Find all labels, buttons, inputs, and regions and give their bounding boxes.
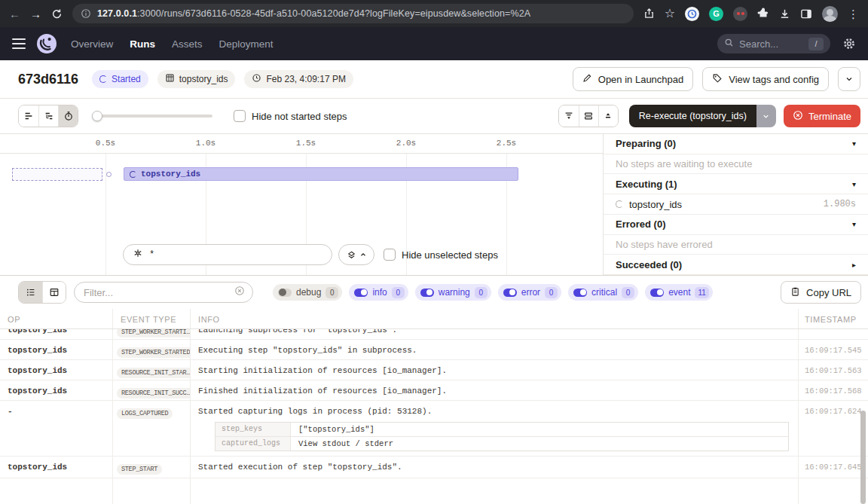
run-toolbar: Hide not started steps Re-execute (topst… bbox=[0, 99, 868, 133]
search-placeholder: Search... bbox=[739, 38, 778, 50]
log-row[interactable]: topstory_ids STEP_WORKER_STARTI… Launchi… bbox=[0, 329, 868, 340]
nav-item-overview[interactable]: Overview bbox=[71, 38, 113, 50]
zoom-slider[interactable] bbox=[92, 115, 212, 118]
toggle-switch bbox=[573, 289, 587, 297]
level-toggle-error[interactable]: error0 bbox=[498, 284, 561, 301]
profile-avatar[interactable] bbox=[822, 6, 838, 22]
axis-tick: 2.0s bbox=[396, 139, 416, 148]
hide-not-started-checkbox[interactable] bbox=[234, 110, 246, 122]
extension-dark-icon[interactable] bbox=[733, 7, 747, 21]
run-header: 673d6116 Started topstory_ids Feb 23, 4:… bbox=[0, 60, 868, 99]
open-in-launchpad-button[interactable]: Open in Launchpad bbox=[573, 67, 693, 91]
level-toggle-info[interactable]: info0 bbox=[349, 284, 408, 301]
level-count: 0 bbox=[326, 287, 338, 298]
extension-clock-icon[interactable] bbox=[685, 7, 699, 21]
job-name-badge[interactable]: topstory_ids bbox=[157, 70, 236, 88]
reexecute-dropdown[interactable] bbox=[756, 105, 776, 127]
terminate-button[interactable]: Terminate bbox=[784, 105, 860, 127]
log-row[interactable]: topstory_ids STEP_WORKER_STARTED Executi… bbox=[0, 340, 868, 360]
log-row-tools-group bbox=[558, 105, 619, 127]
log-level-filters: debug0 info0 warning0 error0 critical0 e… bbox=[273, 284, 713, 301]
graph-query-toggle-button[interactable] bbox=[338, 244, 374, 265]
info-circle-icon[interactable] bbox=[81, 8, 91, 19]
reexecute-button[interactable]: Re-execute (topstory_ids) bbox=[629, 105, 756, 127]
gantt-connector-dot bbox=[106, 172, 112, 177]
side-panel-icon[interactable] bbox=[800, 8, 812, 20]
expand-top-icon[interactable] bbox=[598, 105, 618, 127]
captured-logs-link[interactable]: View stdout / stderr bbox=[291, 437, 401, 451]
settings-gear-icon[interactable] bbox=[842, 37, 856, 50]
run-actions-chevron-button[interactable] bbox=[838, 67, 860, 91]
run-timestamp-badge: Feb 23, 4:09:17 PM bbox=[244, 70, 353, 88]
global-search[interactable]: Search... / bbox=[717, 34, 830, 53]
bookmark-star-icon[interactable]: ☆ bbox=[665, 8, 675, 20]
gantt-chart: 0.5s 1.0s 1.5s 2.0s 2.5s topstory_ids bbox=[0, 134, 603, 275]
hamburger-menu-icon[interactable] bbox=[12, 38, 26, 50]
clock-icon bbox=[252, 73, 261, 85]
level-toggle-warning[interactable]: warning0 bbox=[415, 284, 491, 301]
url-bar[interactable]: 127.0.0.1:3000/runs/673d6116-0528-45df-a… bbox=[72, 4, 634, 23]
section-executing[interactable]: Executing (1) ▾ bbox=[604, 174, 868, 194]
step-name: topstory_ids bbox=[629, 199, 682, 210]
level-toggle-event[interactable]: event11 bbox=[645, 284, 713, 301]
log-row[interactable]: topstory_ids RESOURCE_INIT_STAR… Startin… bbox=[0, 360, 868, 380]
toggle-switch bbox=[503, 289, 517, 297]
forward-icon[interactable]: → bbox=[30, 8, 41, 20]
section-succeeded[interactable]: Succeeded (0) ▸ bbox=[604, 255, 868, 275]
event-type-chip: STEP_WORKER_STARTI… bbox=[117, 329, 190, 338]
axis-tick: 2.5s bbox=[497, 139, 516, 148]
axis-tick: 0.5s bbox=[96, 139, 115, 148]
executing-step-row[interactable]: topstory_ids 1.980s bbox=[604, 194, 868, 215]
log-filter-input[interactable] bbox=[84, 287, 234, 298]
share-icon[interactable] bbox=[643, 8, 655, 20]
log-row[interactable]: topstory_ids RESOURCE_INIT_SUCC… Finishe… bbox=[0, 380, 868, 401]
nav-item-assets[interactable]: Assets bbox=[172, 38, 203, 50]
level-count: 0 bbox=[392, 287, 405, 298]
list-view-icon[interactable] bbox=[19, 282, 42, 303]
level-toggle-debug[interactable]: debug0 bbox=[273, 284, 342, 301]
collapse-filter-icon[interactable] bbox=[559, 105, 579, 127]
gantt-controls: Hide unselected steps bbox=[123, 244, 498, 265]
hide-unselected-checkbox[interactable] bbox=[384, 249, 396, 261]
step-selector-input[interactable] bbox=[123, 244, 332, 265]
log-scrollbar-thumb[interactable] bbox=[860, 411, 866, 504]
reload-icon[interactable] bbox=[51, 8, 63, 20]
extensions-puzzle-icon[interactable] bbox=[757, 8, 769, 20]
hide-not-started-label: Hide not started steps bbox=[252, 111, 347, 122]
clear-filter-icon[interactable] bbox=[234, 286, 245, 299]
gantt-waiting-box bbox=[12, 168, 102, 181]
zoom-slider-knob[interactable] bbox=[92, 111, 102, 121]
step-status-panel: Preparing (0) ▾ No steps are waiting to … bbox=[603, 134, 868, 275]
timed-view-icon[interactable] bbox=[58, 105, 78, 127]
downloads-icon[interactable] bbox=[779, 8, 790, 20]
back-icon[interactable]: ← bbox=[9, 8, 20, 20]
level-count: 0 bbox=[622, 287, 634, 298]
log-row[interactable]: - LOGS_CAPTURED Started capturing logs i… bbox=[0, 401, 868, 457]
level-count: 11 bbox=[695, 287, 708, 298]
section-preparing[interactable]: Preparing (0) ▾ bbox=[604, 134, 868, 154]
screen: ← → 127.0.0.1:3000/runs/673d6116-0528-45… bbox=[0, 0, 868, 504]
log-table-header: OP EVENT TYPE INFO TIMESTAMP bbox=[0, 309, 868, 329]
dagster-logo[interactable] bbox=[36, 33, 57, 54]
level-count: 0 bbox=[475, 287, 487, 298]
step-selector-value[interactable] bbox=[149, 249, 322, 260]
section-errored[interactable]: Errored (0) ▾ bbox=[604, 215, 868, 235]
tag-icon bbox=[712, 73, 723, 86]
level-toggle-critical[interactable]: critical0 bbox=[568, 284, 638, 301]
view-tags-config-button[interactable]: View tags and config bbox=[702, 67, 829, 91]
rows-icon[interactable] bbox=[579, 105, 598, 127]
structured-view-icon[interactable] bbox=[42, 282, 66, 303]
browser-menu-icon[interactable]: ⋮ bbox=[848, 8, 859, 20]
gantt-time-axis: 0.5s 1.0s 1.5s 2.0s 2.5s bbox=[0, 134, 603, 154]
gantt-step-bar[interactable]: topstory_ids bbox=[124, 167, 518, 181]
col-info: INFO bbox=[198, 315, 220, 324]
nav-item-runs[interactable]: Runs bbox=[130, 38, 155, 50]
extension-g-icon[interactable]: G bbox=[709, 7, 723, 21]
toggle-switch bbox=[278, 289, 292, 297]
event-type-chip: LOGS_CAPTURED bbox=[117, 408, 173, 419]
flat-view-icon[interactable] bbox=[19, 105, 38, 127]
nav-item-deployment[interactable]: Deployment bbox=[219, 38, 274, 50]
waterfall-view-icon[interactable] bbox=[38, 105, 58, 127]
log-row[interactable]: topstory_ids STEP_START Started executio… bbox=[0, 457, 868, 478]
copy-url-button[interactable]: Copy URL bbox=[781, 281, 861, 304]
